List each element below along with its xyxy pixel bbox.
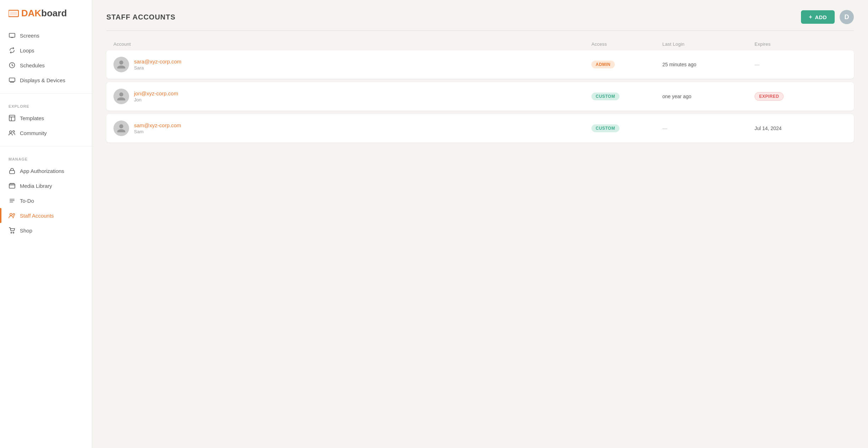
svg-rect-9 <box>10 170 15 174</box>
screens-label: Screens <box>20 33 39 39</box>
user-name-sam: Sam <box>134 129 181 134</box>
avatar-letter: D <box>845 13 849 21</box>
account-cell-sam: sam@xyz-corp.com Sam <box>113 121 591 136</box>
add-button[interactable]: + ADD <box>801 10 835 24</box>
shop-label: Shop <box>20 228 32 234</box>
sidebar-item-displays[interactable]: Displays & Devices <box>0 73 92 88</box>
header-actions: + ADD D <box>801 10 854 24</box>
nav-divider-2 <box>0 146 92 146</box>
todo-label: To-Do <box>20 198 34 204</box>
schedules-label: Schedules <box>20 62 45 68</box>
table-header: Account Access Last Login Expires <box>106 38 854 50</box>
svg-point-7 <box>10 131 12 133</box>
main-content: STAFF ACCOUNTS + ADD D Account Access La… <box>92 0 868 448</box>
access-cell-sara: ADMIN <box>591 61 662 68</box>
badge-expired: EXPIRED <box>755 92 784 101</box>
svg-point-12 <box>10 213 12 215</box>
explore-nav: EXPLORE Templates Comm <box>0 96 92 143</box>
app-auth-label: App Authorizations <box>20 168 64 174</box>
sidebar-item-community[interactable]: Community <box>0 125 92 140</box>
sidebar-item-todo[interactable]: To-Do <box>0 193 92 208</box>
page-title: STAFF ACCOUNTS <box>106 13 176 21</box>
last-login-sam: — <box>662 125 755 131</box>
avatar-sara <box>113 57 129 72</box>
badge-custom-sam: CUSTOM <box>591 124 619 132</box>
svg-rect-5 <box>10 82 14 83</box>
main-nav: Screens Loops Schedules <box>0 25 92 90</box>
expires-sara: — <box>755 62 847 67</box>
user-avatar[interactable]: D <box>840 10 854 24</box>
table-row[interactable]: sam@xyz-corp.com Sam CUSTOM — Jul 14, 20… <box>106 114 854 142</box>
expires-sam: Jul 14, 2024 <box>755 125 847 131</box>
svg-rect-6 <box>9 115 15 121</box>
loops-label: Loops <box>20 47 34 54</box>
user-email-sara: sara@xyz-corp.com <box>134 58 182 65</box>
user-info-jon: jon@xyz-corp.com Jon <box>134 90 178 102</box>
svg-point-13 <box>13 214 15 215</box>
screen-icon <box>9 32 16 39</box>
logo-text: DAKboard <box>21 8 67 19</box>
community-label: Community <box>20 130 47 136</box>
access-cell-jon: CUSTOM <box>591 93 662 100</box>
sidebar-item-app-auth[interactable]: App Authorizations <box>0 163 92 178</box>
col-access: Access <box>591 41 662 47</box>
user-name-jon: Jon <box>134 97 178 102</box>
user-email-jon: jon@xyz-corp.com <box>134 90 178 96</box>
col-last-login: Last Login <box>662 41 755 47</box>
sidebar-item-staff-accounts[interactable]: Staff Accounts <box>0 208 92 223</box>
avatar-jon <box>113 89 129 104</box>
display-icon <box>9 77 16 84</box>
access-cell-sam: CUSTOM <box>591 124 662 132</box>
svg-rect-11 <box>10 183 14 184</box>
badge-admin: ADMIN <box>591 61 615 68</box>
nav-divider-1 <box>0 93 92 94</box>
logo-area: DAKboard <box>0 0 92 25</box>
avatar-sam <box>113 121 129 136</box>
people-icon <box>9 212 16 219</box>
svg-rect-1 <box>10 12 17 15</box>
community-icon <box>9 129 16 136</box>
sidebar-item-schedules[interactable]: Schedules <box>0 58 92 73</box>
media-library-label: Media Library <box>20 183 52 189</box>
content-area: Account Access Last Login Expires sara@x… <box>92 31 868 448</box>
account-cell-sara: sara@xyz-corp.com Sara <box>113 57 591 72</box>
col-expires: Expires <box>755 41 847 47</box>
page-header: STAFF ACCOUNTS + ADD D <box>92 0 868 24</box>
sidebar-item-screens[interactable]: Screens <box>0 28 92 43</box>
user-info-sara: sara@xyz-corp.com Sara <box>134 58 182 71</box>
svg-rect-2 <box>9 33 15 37</box>
user-name-sara: Sara <box>134 65 182 71</box>
manage-label: MANAGE <box>0 152 92 163</box>
expires-jon: EXPIRED <box>755 92 847 101</box>
explore-label: EXPLORE <box>0 99 92 111</box>
sidebar-item-templates[interactable]: Templates <box>0 111 92 125</box>
svg-point-15 <box>13 232 14 233</box>
displays-label: Displays & Devices <box>20 77 65 83</box>
svg-point-8 <box>13 131 15 133</box>
last-login-sara: 25 minutes ago <box>662 62 755 67</box>
table-row[interactable]: jon@xyz-corp.com Jon CUSTOM one year ago… <box>106 82 854 111</box>
table-row[interactable]: sara@xyz-corp.com Sara ADMIN 25 minutes … <box>106 50 854 79</box>
account-cell-jon: jon@xyz-corp.com Jon <box>113 89 591 104</box>
lock-icon <box>9 167 16 174</box>
templates-label: Templates <box>20 115 44 121</box>
sidebar-item-shop[interactable]: Shop <box>0 223 92 238</box>
last-login-jon: one year ago <box>662 94 755 99</box>
cart-icon <box>9 227 16 234</box>
todo-icon <box>9 197 16 204</box>
sidebar-item-media-library[interactable]: Media Library <box>0 178 92 193</box>
plus-icon: + <box>809 14 812 20</box>
loop-icon <box>9 47 16 54</box>
logo-icon <box>9 10 20 17</box>
media-icon <box>9 182 16 189</box>
sidebar: DAKboard Screens <box>0 0 92 448</box>
user-email-sam: sam@xyz-corp.com <box>134 122 181 128</box>
col-account: Account <box>113 41 591 47</box>
staff-accounts-label: Staff Accounts <box>20 213 54 219</box>
svg-rect-10 <box>9 184 15 188</box>
template-icon <box>9 114 16 122</box>
add-button-label: ADD <box>815 14 827 20</box>
sidebar-item-loops[interactable]: Loops <box>0 43 92 58</box>
user-info-sam: sam@xyz-corp.com Sam <box>134 122 181 134</box>
manage-nav: MANAGE App Authorizations Media Library <box>0 149 92 241</box>
